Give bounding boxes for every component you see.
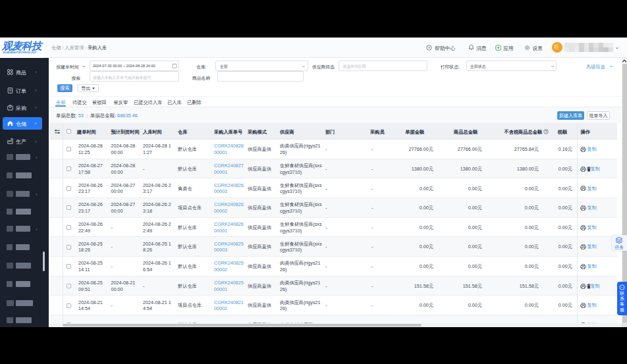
svg-text:?: ? xyxy=(428,45,431,49)
svg-text:?: ? xyxy=(545,130,547,134)
